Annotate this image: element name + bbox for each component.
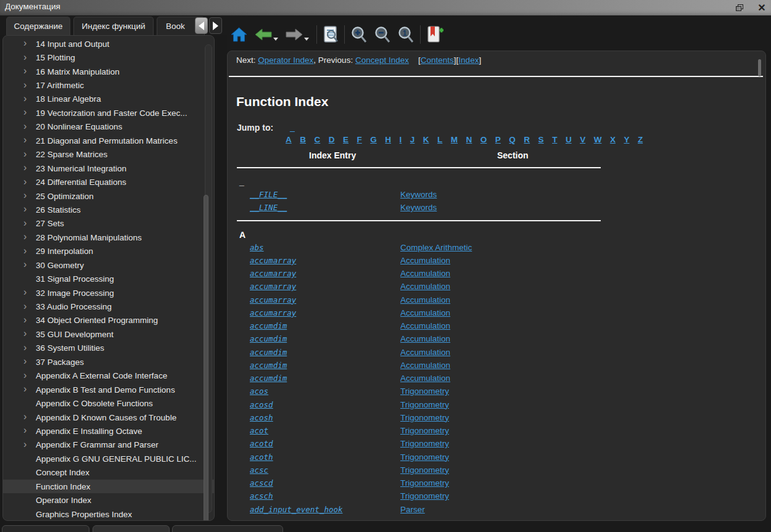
tree-item[interactable]: ›18 Linear Algebra xyxy=(3,92,214,106)
tree-item[interactable]: ›Appendix D Known Causes of Trouble xyxy=(3,411,214,424)
bottom-button[interactable] xyxy=(172,525,283,532)
jump-letter-link[interactable]: H xyxy=(385,135,391,144)
find-button[interactable] xyxy=(322,22,339,47)
section-link[interactable]: Keywords xyxy=(400,203,437,212)
function-entry-link[interactable]: acotd xyxy=(250,439,273,448)
jump-letter-link[interactable]: Q xyxy=(509,135,516,144)
sidebar-scrollbar-handle[interactable] xyxy=(204,195,208,521)
jump-letter-link[interactable]: K xyxy=(423,135,429,144)
tab-function-index[interactable]: Индекс функций xyxy=(73,17,154,35)
section-link[interactable]: Accumulation xyxy=(400,308,450,317)
tree-item[interactable]: ›34 Object Oriented Programming xyxy=(3,314,214,327)
jump-letter-link[interactable]: G xyxy=(370,135,377,144)
tree-item[interactable]: ›15 Plotting xyxy=(3,51,214,64)
tree-item[interactable]: ›28 Polynomial Manipulations xyxy=(3,231,214,244)
section-link[interactable]: Accumulation xyxy=(400,295,450,305)
tree-item[interactable]: ›37 Packages xyxy=(3,355,214,369)
close-button[interactable]: ✕ xyxy=(755,2,769,14)
jump-letter-link[interactable]: B xyxy=(300,135,306,144)
section-link[interactable]: Accumulation xyxy=(400,282,450,291)
function-entry-link[interactable]: accumarray xyxy=(250,308,296,317)
jump-letter-link[interactable]: J xyxy=(410,135,415,144)
tree-item[interactable]: 31 Signal Processing xyxy=(3,272,214,285)
jump-letter-link[interactable]: Z xyxy=(638,135,643,144)
tree-item[interactable]: Appendix G GNU GENERAL PUBLIC LIC... xyxy=(3,452,214,465)
back-button[interactable] xyxy=(255,22,272,47)
zoom-out-button[interactable] xyxy=(373,22,392,47)
function-entry-link[interactable]: accumdim xyxy=(250,321,287,330)
tree-item[interactable]: Graphics Properties Index xyxy=(3,507,214,521)
function-entry-link[interactable]: acosh xyxy=(250,413,273,422)
jump-letter-link[interactable]: V xyxy=(580,135,585,144)
nav-next-link[interactable]: Operator Index xyxy=(258,55,313,65)
jump-letter-link[interactable]: C xyxy=(315,135,321,144)
bottom-button[interactable] xyxy=(93,525,170,532)
jump-letter-link[interactable]: M xyxy=(451,135,458,144)
tree-item[interactable]: ›16 Matrix Manipulation xyxy=(3,65,214,78)
function-entry-link[interactable]: add_input_event_hook xyxy=(250,505,343,514)
tab-contents[interactable]: Содержание xyxy=(6,17,70,35)
tree-item[interactable]: Appendix C Obsolete Functions xyxy=(3,396,214,410)
section-link[interactable]: Accumulation xyxy=(400,348,450,357)
tree-item[interactable]: Concept Index xyxy=(3,466,214,480)
tree-item[interactable]: ›24 Differential Equations xyxy=(3,175,214,189)
jump-letter-link[interactable]: F xyxy=(357,135,362,144)
jump-letter-link[interactable]: T xyxy=(552,135,557,144)
jump-letter-link[interactable]: U xyxy=(566,135,572,144)
function-entry-link[interactable]: abs xyxy=(250,243,264,252)
jump-letter-link[interactable]: A xyxy=(286,135,292,144)
section-link[interactable]: Accumulation xyxy=(400,321,450,330)
section-link[interactable]: Trigonometry xyxy=(400,400,449,409)
jump-letter-link[interactable]: I xyxy=(400,135,402,144)
section-link[interactable]: Accumulation xyxy=(400,256,450,265)
jump-letter-link[interactable]: O xyxy=(480,135,487,144)
tab-scroll-right-button[interactable] xyxy=(209,17,222,34)
function-entry-link[interactable]: acos xyxy=(250,387,268,396)
jump-letter-link[interactable]: S xyxy=(538,135,544,144)
tree-item[interactable]: ›22 Sparse Matrices xyxy=(3,148,214,162)
function-entry-link[interactable]: acot xyxy=(250,426,268,435)
function-entry-link[interactable]: __LINE__ xyxy=(250,203,287,212)
tree-item[interactable]: Function Index xyxy=(3,480,214,493)
section-link[interactable]: Trigonometry xyxy=(400,387,449,396)
tree-item[interactable]: ›30 Geometry xyxy=(3,258,214,272)
tree-item[interactable]: ›Appendix B Test and Demo Functions xyxy=(3,383,214,396)
section-link[interactable]: Accumulation xyxy=(400,361,450,370)
tree-item[interactable]: ›Appendix F Grammar and Parser xyxy=(3,438,214,452)
nav-index-link[interactable]: Index xyxy=(458,55,479,65)
function-entry-link[interactable]: accumarray xyxy=(250,295,296,305)
function-entry-link[interactable]: accumarray xyxy=(250,269,296,278)
back-history-dropdown-icon[interactable] xyxy=(273,38,278,41)
function-entry-link[interactable]: acoth xyxy=(250,452,273,462)
tree-item[interactable]: ›29 Interpolation xyxy=(3,245,214,258)
section-link[interactable]: Trigonometry xyxy=(400,478,449,488)
jump-letter-link[interactable]: D xyxy=(329,135,335,144)
jump-letter-link[interactable]: R xyxy=(524,135,530,144)
section-link[interactable]: Parser xyxy=(400,505,425,514)
tree-item[interactable]: ›26 Statistics xyxy=(3,203,214,216)
tree-item[interactable]: ›35 GUI Development xyxy=(3,327,214,341)
tree-item[interactable]: ›Appendix E Installing Octave xyxy=(3,424,214,438)
tree-item[interactable]: Operator Index xyxy=(3,493,214,507)
sidebar-scrollbar-track[interactable] xyxy=(205,44,212,513)
tree-item[interactable]: ›20 Nonlinear Equations xyxy=(3,120,214,134)
home-button[interactable] xyxy=(231,22,247,47)
forward-history-dropdown-icon[interactable] xyxy=(304,38,309,41)
jump-letter-link[interactable]: X xyxy=(610,135,616,144)
tree-item[interactable]: ›27 Sets xyxy=(3,217,214,231)
tree-item[interactable]: ›23 Numerical Integration xyxy=(3,162,214,175)
section-link[interactable]: Accumulation xyxy=(400,374,450,383)
section-link[interactable]: Accumulation xyxy=(400,269,450,278)
function-entry-link[interactable]: accumarray xyxy=(250,282,296,291)
function-entry-link[interactable]: acsch xyxy=(250,491,273,501)
tree-item[interactable]: ›25 Optimization xyxy=(3,189,214,203)
jump-letter-link[interactable]: L xyxy=(437,135,442,144)
section-link[interactable]: Trigonometry xyxy=(400,439,449,448)
function-entry-link[interactable]: accumdim xyxy=(250,374,287,383)
function-entry-link[interactable]: acscd xyxy=(250,478,273,488)
jump-letter-link[interactable]: W xyxy=(594,135,602,144)
section-link[interactable]: Accumulation xyxy=(400,334,450,343)
jump-letter-link[interactable]: P xyxy=(495,135,501,144)
section-link[interactable]: Trigonometry xyxy=(400,413,449,422)
section-link[interactable]: Complex Arithmetic xyxy=(400,243,472,252)
